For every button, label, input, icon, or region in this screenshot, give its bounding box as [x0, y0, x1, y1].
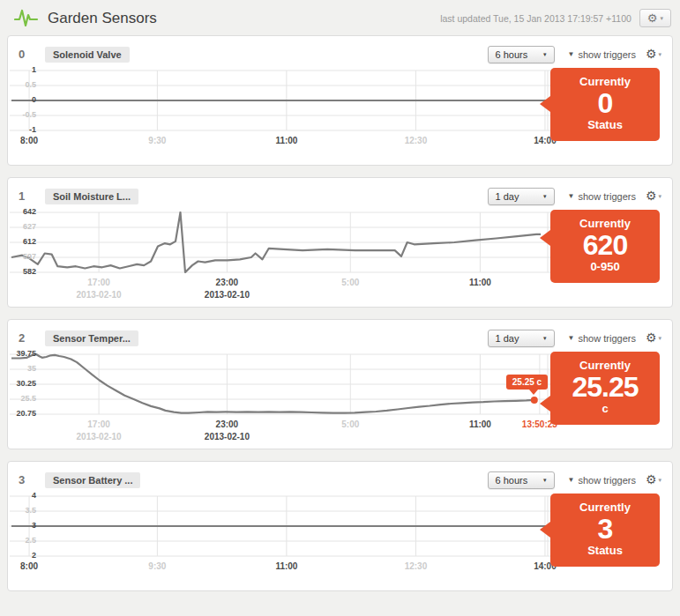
tooltip-arrow: [529, 390, 538, 395]
gear-icon: ⚙: [646, 190, 657, 202]
y-axis-tick: 35: [10, 364, 36, 374]
time-range-select[interactable]: 1 day ▾: [488, 188, 555, 205]
datastream-id: 3: [19, 473, 38, 486]
show-triggers-label: show triggers: [579, 333, 636, 344]
currently-box-arrow: [540, 230, 550, 246]
chart-plot: [10, 212, 553, 275]
triangle-down-icon: ▼: [568, 50, 575, 58]
panel-header: 3 Sensor Battery ... 6 hours ▾ ▼ show tr…: [8, 462, 672, 494]
time-range-select[interactable]: 1 day ▾: [488, 330, 555, 347]
show-triggers-toggle[interactable]: ▼ show triggers: [568, 333, 636, 344]
sensor-panel-temperature: 2 Sensor Temper... 1 day ▾ ▼ show trigge…: [7, 319, 673, 449]
panel-settings-button[interactable]: ⚙ ▾: [646, 474, 661, 486]
chevron-down-icon: ▾: [543, 335, 547, 342]
panel-settings-button[interactable]: ⚙ ▾: [646, 48, 661, 60]
x-axis-tick: 23:00: [191, 419, 262, 429]
x-axis-date: 2013-02-10: [191, 290, 262, 300]
current-value-range: 0-950: [550, 260, 660, 273]
datastream-title[interactable]: Solenoid Valve: [45, 47, 130, 63]
x-axis-tick: 17:00: [64, 278, 134, 287]
settings-button[interactable]: ⚙ ▾: [639, 9, 671, 27]
x-axis-tick: 12:30: [380, 136, 451, 145]
x-axis-tick: 8:00: [0, 136, 64, 145]
y-axis-tick: 0: [10, 95, 36, 105]
triangle-down-icon: ▼: [568, 334, 575, 342]
y-axis-tick: 39.75: [10, 349, 36, 359]
panel-settings-button[interactable]: ⚙ ▾: [646, 332, 661, 344]
chart-plot: [10, 70, 553, 133]
show-triggers-toggle[interactable]: ▼ show triggers: [568, 49, 636, 60]
currently-heading: Currently: [550, 217, 660, 230]
chevron-down-icon: ▾: [543, 51, 547, 58]
datastream-title[interactable]: Soil Moisture L...: [45, 189, 138, 204]
x-axis-tick: 11:00: [251, 561, 322, 571]
time-range-value: 6 hours: [496, 49, 528, 60]
currently-box-arrow: [540, 396, 550, 412]
current-value-dot: [531, 397, 538, 404]
chevron-down-icon: ▾: [658, 335, 661, 341]
currently-box: Currently 620 0-950: [550, 210, 660, 283]
pulse-icon: [14, 7, 39, 30]
time-range-select[interactable]: 6 hours ▾: [488, 471, 555, 489]
x-axis-tick: 17:00: [64, 419, 134, 429]
gear-icon: ⚙: [646, 48, 657, 60]
show-triggers-toggle[interactable]: ▼ show triggers: [568, 191, 636, 202]
show-triggers-label: show triggers: [579, 191, 636, 202]
chevron-down-icon: ▾: [543, 193, 547, 200]
triangle-down-icon: ▼: [568, 476, 575, 484]
y-axis-tick: 25.5: [10, 394, 36, 404]
y-axis-tick: 4: [10, 491, 36, 501]
show-triggers-label: show triggers: [579, 49, 636, 60]
currently-box-arrow: [540, 96, 550, 112]
y-axis-tick: 582: [10, 267, 36, 277]
current-value-unit: Status: [550, 544, 660, 557]
current-value: 620: [550, 230, 660, 260]
x-axis-tick: 11:00: [251, 136, 322, 145]
datastream-title[interactable]: Sensor Battery ...: [45, 472, 140, 488]
top-bar: Garden Sensors last updated Tue, 15 Jan …: [0, 0, 680, 35]
x-axis-tick: 9:30: [122, 561, 192, 571]
data-line: [11, 354, 534, 413]
y-axis-tick: 597: [10, 252, 36, 262]
chevron-down-icon: ▾: [658, 51, 661, 57]
y-axis-tick: 0.5: [10, 80, 36, 90]
currently-heading: Currently: [550, 75, 660, 88]
x-axis-tick: 11:00: [445, 278, 515, 287]
current-value: 3: [550, 514, 660, 544]
show-triggers-toggle[interactable]: ▼ show triggers: [568, 475, 636, 486]
x-axis-date: 2013-02-10: [64, 290, 134, 300]
y-axis-tick: 627: [10, 222, 36, 232]
panel-settings-button[interactable]: ⚙ ▾: [646, 190, 661, 202]
chevron-down-icon: ▾: [660, 15, 663, 21]
x-axis-date: 2013-02-10: [191, 432, 262, 442]
currently-heading: Currently: [550, 501, 660, 514]
sensor-panel-solenoid-valve: 0 Solenoid Valve 6 hours ▾ ▼ show trigge…: [7, 35, 673, 166]
x-axis-tick: 9:30: [122, 136, 192, 145]
page-title: Garden Sensors: [48, 10, 440, 27]
panel-header: 0 Solenoid Valve 6 hours ▾ ▼ show trigge…: [8, 36, 672, 68]
gear-icon: ⚙: [647, 12, 658, 24]
panel-header: 1 Soil Moisture L... 1 day ▾ ▼ show trig…: [8, 178, 672, 210]
current-value-unit: Status: [550, 118, 660, 131]
y-axis-tick: -0.5: [10, 110, 36, 120]
time-range-select[interactable]: 6 hours ▾: [488, 46, 555, 63]
current-value: 25.25: [550, 372, 660, 402]
chevron-down-icon: ▾: [658, 477, 661, 483]
x-axis-tick: 12:30: [380, 561, 451, 571]
currently-heading: Currently: [550, 359, 660, 372]
y-axis-tick: 3: [10, 521, 36, 531]
current-value-unit: c: [550, 402, 660, 415]
currently-box: Currently 0 Status: [550, 68, 660, 141]
last-updated-text: last updated Tue, 15 Jan 2013 17:19:57 +…: [440, 13, 631, 24]
y-axis-tick: 1: [10, 65, 36, 75]
datastream-title[interactable]: Sensor Temper...: [45, 330, 138, 346]
panel-header: 2 Sensor Temper... 1 day ▾ ▼ show trigge…: [8, 320, 672, 352]
y-axis-tick: 30.25: [10, 379, 36, 389]
gear-icon: ⚙: [646, 474, 657, 486]
sensor-panel-soil-moisture: 1 Soil Moisture L... 1 day ▾ ▼ show trig…: [7, 177, 673, 308]
x-axis-tick: 8:00: [0, 561, 64, 571]
y-axis-tick: 20.75: [10, 409, 36, 419]
dashboard: Garden Sensors last updated Tue, 15 Jan …: [0, 0, 680, 591]
triangle-down-icon: ▼: [568, 192, 575, 200]
chart-plot: [10, 353, 553, 417]
